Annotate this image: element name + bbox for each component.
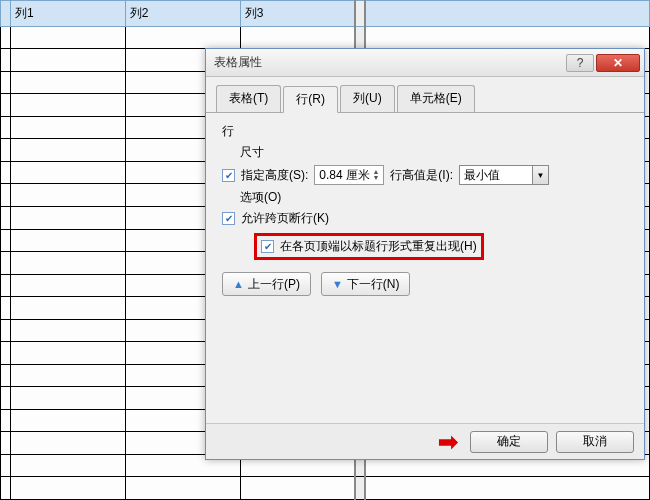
dialog-title: 表格属性 bbox=[214, 54, 566, 71]
help-icon: ? bbox=[577, 56, 584, 70]
column-header[interactable]: 列1 bbox=[10, 1, 125, 27]
specify-height-label: 指定高度(S): bbox=[241, 167, 308, 184]
height-value: 0.84 厘米 bbox=[319, 167, 370, 184]
table-corner bbox=[1, 1, 11, 27]
ok-label: 确定 bbox=[497, 433, 521, 450]
checkbox-allow-break[interactable]: ✔ bbox=[222, 212, 235, 225]
close-icon: ✕ bbox=[613, 56, 623, 70]
repeat-header-label: 在各页顶端以标题行形式重复出现(H) bbox=[280, 238, 477, 255]
attention-arrow-icon: ➡ bbox=[438, 428, 458, 456]
title-bar: 表格属性 ? ✕ bbox=[206, 49, 644, 77]
allow-break-label: 允许跨页断行(K) bbox=[241, 210, 329, 227]
cancel-label: 取消 bbox=[583, 433, 607, 450]
height-input[interactable]: 0.84 厘米 ▲▼ bbox=[314, 165, 384, 185]
options-label: 选项(O) bbox=[240, 189, 628, 206]
table-split bbox=[355, 1, 365, 27]
tab-cell[interactable]: 单元格(E) bbox=[397, 85, 475, 112]
dialog-content: 行 尺寸 ✔ 指定高度(S): 0.84 厘米 ▲▼ 行高值是(I): 最小值 … bbox=[206, 113, 644, 423]
tab-strip: 表格(T) 行(R) 列(U) 单元格(E) bbox=[206, 77, 644, 113]
checkbox-repeat-header[interactable]: ✔ bbox=[261, 240, 274, 253]
checkbox-specify-height[interactable]: ✔ bbox=[222, 169, 235, 182]
previous-row-label: 上一行(P) bbox=[248, 276, 300, 293]
height-mode-value: 最小值 bbox=[464, 167, 500, 184]
previous-row-button[interactable]: ▲ 上一行(P) bbox=[222, 272, 311, 296]
chevron-down-icon: ▼ bbox=[532, 166, 548, 184]
size-label: 尺寸 bbox=[240, 144, 628, 161]
tab-row[interactable]: 行(R) bbox=[283, 86, 338, 113]
next-row-label: 下一行(N) bbox=[347, 276, 400, 293]
arrow-down-icon: ▼ bbox=[332, 278, 343, 290]
table-properties-dialog: 表格属性 ? ✕ 表格(T) 行(R) 列(U) 单元格(E) 行 尺寸 ✔ 指… bbox=[205, 48, 645, 460]
tab-table[interactable]: 表格(T) bbox=[216, 85, 281, 112]
height-mode-label: 行高值是(I): bbox=[390, 167, 453, 184]
column-header[interactable]: 列3 bbox=[240, 1, 355, 27]
close-button[interactable]: ✕ bbox=[596, 54, 640, 72]
ok-button[interactable]: 确定 bbox=[470, 431, 548, 453]
highlight-box: ✔ 在各页顶端以标题行形式重复出现(H) bbox=[254, 233, 484, 260]
dialog-footer: ➡ 确定 取消 bbox=[206, 423, 644, 459]
section-label-row: 行 bbox=[222, 123, 628, 140]
tab-column[interactable]: 列(U) bbox=[340, 85, 395, 112]
column-header[interactable]: 列2 bbox=[125, 1, 240, 27]
cancel-button[interactable]: 取消 bbox=[556, 431, 634, 453]
arrow-up-icon: ▲ bbox=[233, 278, 244, 290]
column-header-empty[interactable] bbox=[365, 1, 650, 27]
spinner-icon[interactable]: ▲▼ bbox=[372, 169, 379, 181]
help-button[interactable]: ? bbox=[566, 54, 594, 72]
height-mode-select[interactable]: 最小值 ▼ bbox=[459, 165, 549, 185]
next-row-button[interactable]: ▼ 下一行(N) bbox=[321, 272, 411, 296]
